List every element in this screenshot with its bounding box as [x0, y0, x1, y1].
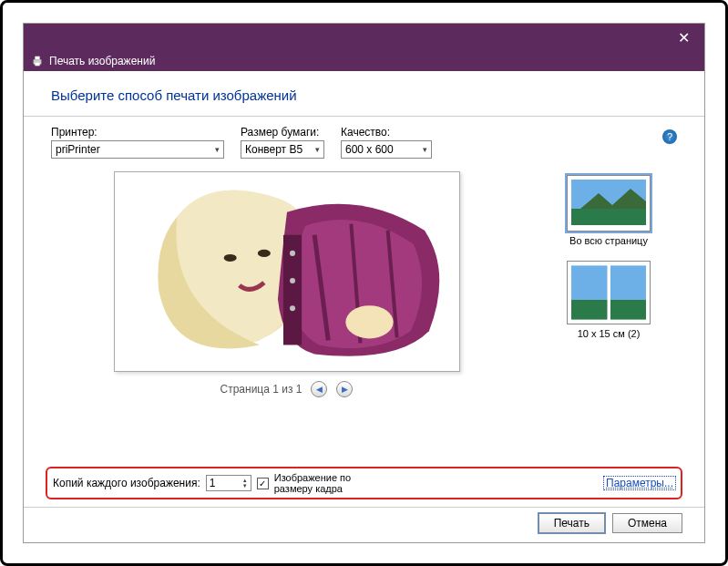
parameters-link[interactable]: Параметры...: [604, 477, 675, 489]
controls-row: Принтер: priPrinter ▾ Размер бумаги: Кон…: [24, 117, 704, 166]
header-bar: Печать изображений: [24, 51, 704, 71]
page-title: Выберите способ печати изображений: [51, 87, 677, 103]
chevron-down-icon: ▾: [423, 145, 427, 154]
bottom-options-highlight: Копий каждого изображения: 1 ▲▼ ✓ Изобра…: [46, 467, 682, 499]
fit-frame-label: Изображение по размеру кадра: [274, 472, 351, 494]
paper-label: Размер бумаги:: [241, 126, 324, 139]
quality-value: 600 x 600: [345, 143, 394, 156]
svg-rect-16: [571, 265, 608, 300]
layout-10x15[interactable]: 10 x 15 см (2): [567, 261, 651, 339]
svg-rect-14: [571, 209, 646, 225]
preview-image: [122, 180, 452, 364]
layout-full-label: Во всю страницу: [569, 235, 648, 246]
printer-icon: [31, 55, 44, 67]
svg-point-5: [223, 254, 236, 262]
printer-value: priPrinter: [56, 143, 100, 156]
main-area: Страница 1 из 1 ◀ ▶ Во всю страницу: [24, 166, 704, 461]
header-title: Печать изображений: [49, 55, 155, 67]
svg-point-9: [290, 278, 295, 283]
quality-group: Качество: 600 x 600 ▾: [341, 126, 432, 159]
titlebar: ✕: [24, 24, 704, 51]
printer-group: Принтер: priPrinter ▾: [51, 126, 224, 159]
cancel-button[interactable]: Отмена: [612, 513, 682, 533]
pager-prev-button[interactable]: ◀: [311, 381, 327, 397]
pager-next-button[interactable]: ▶: [336, 381, 353, 397]
spinner-icon[interactable]: ▲▼: [242, 478, 248, 489]
fit-frame-checkbox[interactable]: ✓: [257, 478, 269, 489]
pager: Страница 1 из 1 ◀ ▶: [220, 381, 354, 397]
print-dialog: ✕ Печать изображений Выберите способ печ…: [23, 23, 705, 543]
printer-select[interactable]: priPrinter ▾: [51, 140, 224, 159]
footer: Печать Отмена: [24, 507, 704, 542]
layout-full-thumb: [567, 175, 651, 232]
help-icon[interactable]: ?: [662, 129, 677, 144]
svg-point-8: [290, 251, 295, 256]
svg-point-6: [257, 250, 270, 257]
print-button[interactable]: Печать: [538, 513, 605, 533]
paper-value: Конверт B5: [245, 143, 302, 156]
copies-label: Копий каждого изображения:: [53, 477, 200, 489]
paper-select[interactable]: Конверт B5 ▾: [241, 140, 324, 159]
svg-rect-2: [35, 63, 39, 67]
close-icon[interactable]: ✕: [671, 27, 697, 48]
paper-group: Размер бумаги: Конверт B5 ▾: [241, 126, 324, 159]
layouts-column: Во всю страницу 10 x 15 см (2): [540, 171, 677, 461]
subtitle-bar: Выберите способ печати изображений: [24, 71, 704, 117]
layout-half-label: 10 x 15 см (2): [578, 328, 641, 339]
copies-value: 1: [210, 477, 216, 489]
layout-full-page[interactable]: Во всю страницу: [567, 175, 651, 246]
copies-input[interactable]: 1 ▲▼: [206, 475, 251, 491]
printer-label: Принтер:: [51, 126, 224, 139]
svg-rect-1: [35, 57, 39, 60]
preview-frame: [114, 171, 460, 372]
svg-rect-20: [610, 300, 647, 320]
layout-half-thumb: [567, 261, 651, 324]
chevron-down-icon: ▾: [315, 145, 320, 154]
svg-point-11: [345, 305, 393, 338]
quality-select[interactable]: 600 x 600 ▾: [341, 140, 432, 159]
quality-label: Качество:: [341, 126, 432, 139]
pager-text: Страница 1 из 1: [220, 383, 302, 396]
svg-rect-19: [610, 265, 647, 300]
svg-rect-17: [571, 300, 608, 320]
preview-column: Страница 1 из 1 ◀ ▶: [51, 171, 522, 461]
chevron-down-icon: ▾: [215, 145, 220, 154]
svg-point-10: [290, 305, 295, 311]
